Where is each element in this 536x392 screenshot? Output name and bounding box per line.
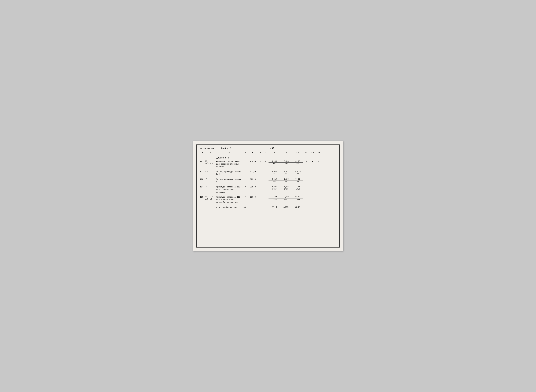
col-10: 10 [292,152,303,154]
row-num: 121 [200,160,205,163]
itogo-v10: 4633 [295,206,300,209]
row-d2: - [263,171,268,173]
row-unit: т [242,171,248,173]
row-unit: т [242,160,248,163]
row-v8: 0,54 135 [268,160,280,165]
itogo-dash: _ [258,206,263,209]
row-d2: - [263,178,268,181]
row-v13: - [316,196,322,198]
row-v12: - [309,171,316,173]
row-v10: 0,62 155 [292,160,303,165]
row-price: 270,0 [248,196,257,198]
itogo-unit: руб. [242,206,249,208]
row-v10: 0,22 50 [292,178,303,182]
row-v13: - [316,160,322,163]
row-v8: 0,19 44 [268,178,280,182]
row-price: 250,0 [248,186,257,188]
row-v11: - [303,171,309,173]
header: 901-4.82с.84 Альбом У -68- [200,147,336,150]
row-d1: - [257,196,263,198]
col-3: 3 [216,152,242,154]
itogo-label: Итого добавляется: [216,206,242,208]
row-num: 122 [200,171,205,173]
table-row: 123 -"- То же, арматура класса А-I т 229… [200,178,336,183]
row-v11: - [303,178,309,181]
row-num: 125 [200,196,205,198]
row-v9: 6,86 1715 [280,186,292,190]
row-desc: Арматура класса А-III для монолитного же… [216,196,242,204]
row-desc: То же, арматура класса ВрI [216,171,242,176]
row-v9: 0,58 145 [280,160,292,165]
row-v12: - [309,186,316,188]
col-5: 5 [248,152,257,154]
row-desc: То же, арматура класса А-I [216,178,242,183]
table-row: 121 ССЦ табл.3.I Арматура класса А-III д… [200,160,336,168]
table-row: 122 -"- То же, арматура класса ВрI т 321… [200,171,336,176]
row-price: 229,0 [248,178,257,181]
row-num: 123 [200,178,205,181]
row-v11: - [303,196,309,198]
row-v10: 0,075 24 [292,171,303,175]
outer-border: 901-4.82с.84 Альбом У -68- 1 2 3 4 5 6 7… [196,145,340,247]
row-v12: - [309,160,316,163]
row-v9: 0,20 48 [280,178,292,182]
row-v8: 6,07 1518 [268,186,280,190]
row-v13: - [316,171,322,173]
album: Альбом У [221,147,231,150]
row-ref: СРСЦ ч.2 р.4 п.3 [205,196,216,200]
row-price: 250,0 [248,160,257,163]
row-v11: - [303,186,309,188]
row-d2: - [263,196,268,198]
col-13: 13 [316,152,322,154]
column-headers: 1 2 3 4 5 6 7 8 9 10 11 12 13 [200,151,336,155]
page-number: -68- [270,147,276,150]
itogo-values: 3711 4169 4633 [269,206,303,209]
table-row: 124 -"- Арматура класса А-III для сборны… [200,186,336,194]
row-unit: т [242,186,248,188]
row-v9: 8,30 2241 [280,196,292,200]
doc-number: 901-4.82с.84 [200,147,214,149]
row-v13: - [316,186,322,188]
col-4: 4 [242,152,248,154]
itogo-v8: 3711 [272,206,277,209]
col-6: 6 [257,152,263,154]
row-unit: т [242,196,248,198]
row-d2: - [263,160,268,163]
row-d1: - [257,186,263,188]
row-desc: Арматура класса А-III для сборных стенов… [216,160,242,168]
row-num: 124 [200,186,205,188]
row-v12: - [309,178,316,181]
row-ref: -"- [205,186,216,188]
row-v11: - [303,160,309,163]
itogo-v9: 4169 [284,206,289,209]
row-desc: Арматура класса А-III для сборных плит п… [216,186,242,194]
col-1: 1 [200,152,205,154]
col-12: 12 [309,152,316,154]
row-v12: - [309,196,316,198]
row-ref: -"- [205,178,216,180]
row-v10: 7,66 1915 [292,186,303,190]
row-d1: - [257,178,263,181]
col-2: 2 [205,152,216,154]
row-price: 321,0 [248,171,257,173]
col-11: 11 [303,152,309,154]
row-ref: ССЦ табл.3.I [205,160,216,165]
row-v8: 7,38 1993 [268,196,280,200]
row-d1: - [257,171,263,173]
row-unit: т [242,178,248,181]
row-d1: - [257,160,263,163]
row-v9: 0,07 22 [280,171,292,175]
row-v13: - [316,178,322,181]
table-row: 125 СРСЦ ч.2 р.4 п.3 Арматура класса А-I… [200,196,336,204]
row-ref: -"- [205,171,216,173]
row-v10: 9,22 2489 [292,196,303,200]
row-v8: 0,065 21 [268,171,280,175]
section-title: Добавляется: [216,157,336,159]
rows-container: 121 ССЦ табл.3.I Арматура класса А-III д… [200,160,336,204]
col-9: 9 [280,152,292,154]
col-8: 8 [268,152,280,154]
row-d2: - [263,186,268,188]
itogo-row: Итого добавляется: руб. _ 3711 4169 4633 [200,206,336,209]
page: 901-4.82с.84 Альбом У -68- 1 2 3 4 5 6 7… [193,141,343,251]
col-7: 7 [263,152,268,154]
